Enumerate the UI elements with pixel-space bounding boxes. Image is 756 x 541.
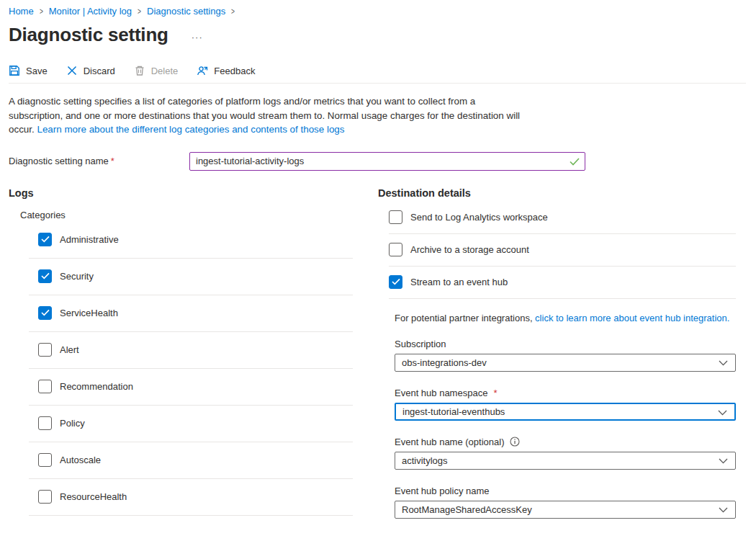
required-asterisk: *	[111, 156, 114, 166]
category-label: Policy	[60, 418, 85, 429]
dropdown-event-hub-namespace[interactable]: ingest-tutorial-eventhubs	[395, 403, 736, 421]
category-row-administrative[interactable]: Administrative	[29, 222, 353, 259]
field-event-hub-policy-name: Event hub policy nameRootManageSharedAcc…	[395, 486, 736, 519]
field-label: Event hub policy name	[395, 486, 736, 496]
breadcrumb-separator: >	[138, 6, 141, 17]
required-asterisk: *	[493, 388, 497, 398]
category-row-alert[interactable]: Alert	[29, 332, 353, 369]
field-label: Event hub namespace*	[395, 388, 736, 398]
field-event-hub-namespace: Event hub namespace*ingest-tutorial-even…	[395, 388, 736, 421]
dropdown-subscription[interactable]: obs-integrations-dev	[395, 354, 736, 372]
save-label: Save	[26, 66, 48, 76]
field-event-hub-name-optional-: Event hub name (optional)activitylogs	[395, 437, 736, 470]
dropdown-selected-value: RootManageSharedAccessKey	[402, 504, 532, 515]
partner-solution-option: Send to partner solution	[389, 535, 738, 541]
content-columns: Logs Categories AdministrativeSecuritySe…	[9, 187, 746, 541]
chevron-down-icon	[718, 410, 727, 416]
field-label-text: Event hub namespace	[395, 388, 487, 398]
breadcrumb-separator: >	[231, 6, 235, 17]
diagnostic-setting-name-input[interactable]	[189, 152, 585, 171]
checkbox-checked[interactable]	[38, 233, 52, 246]
title-row: Diagnostic setting ···	[9, 24, 746, 46]
field-label: Subscription	[395, 339, 736, 349]
field-subscription: Subscriptionobs-integrations-dev	[395, 339, 736, 372]
save-icon	[9, 65, 20, 76]
partner-text: For potential partner integrations,	[395, 313, 535, 323]
destination-option-row-archive-to-a-storage-account[interactable]: Archive to a storage account	[389, 234, 736, 267]
discard-button[interactable]: Discard	[66, 65, 115, 76]
field-label-text: Event hub name (optional)	[395, 437, 504, 447]
categories-subheading: Categories	[20, 210, 378, 220]
page-title: Diagnostic setting	[9, 24, 168, 46]
name-field-row: Diagnostic setting name*	[9, 152, 746, 171]
learn-more-link[interactable]: Learn more about the different log categ…	[37, 124, 344, 135]
dropdown-event-hub-name-optional-[interactable]: activitylogs	[395, 452, 736, 470]
dropdown-selected-value: activitylogs	[402, 455, 448, 466]
option-label: Archive to a storage account	[410, 244, 529, 255]
category-row-servicehealth[interactable]: ServiceHealth	[29, 295, 353, 332]
destination-section: Destination details Send to Log Analytic…	[378, 187, 738, 541]
feedback-button[interactable]: Feedback	[197, 65, 255, 76]
destination-heading: Destination details	[378, 187, 738, 199]
category-label: Administrative	[60, 234, 119, 245]
field-label-text: Subscription	[395, 339, 446, 349]
partner-integration-text: For potential partner integrations, clic…	[395, 312, 737, 325]
chevron-down-icon	[719, 360, 728, 366]
event-hub-integration-link[interactable]: click to learn more about event hub inte…	[535, 313, 729, 323]
category-row-resourcehealth[interactable]: ResourceHealth	[29, 479, 353, 516]
category-label: ServiceHealth	[60, 308, 118, 318]
discard-x-icon	[66, 65, 78, 76]
checkbox-checked[interactable]	[38, 306, 52, 320]
category-label: Security	[60, 271, 94, 282]
breadcrumb: Home > Monitor | Activity log > Diagnost…	[9, 4, 746, 17]
category-label: Alert	[60, 344, 79, 355]
feedback-label: Feedback	[214, 66, 255, 76]
name-field-label: Diagnostic setting name*	[9, 156, 189, 166]
category-label: Autoscale	[60, 455, 101, 465]
category-row-security[interactable]: Security	[29, 259, 353, 295]
category-row-autoscale[interactable]: Autoscale	[29, 442, 353, 479]
category-row-policy[interactable]: Policy	[29, 406, 353, 442]
breadcrumb-separator: >	[40, 6, 43, 17]
feedback-person-icon	[197, 65, 208, 76]
save-button[interactable]: Save	[9, 65, 48, 76]
delete-label: Delete	[151, 66, 179, 76]
dropdown-selected-value: obs-integrations-dev	[402, 357, 487, 368]
checkbox-unchecked[interactable]	[38, 490, 52, 504]
toolbar: Save Discard Delete Feedback	[9, 65, 746, 76]
destination-option-row-stream-to-an-event-hub[interactable]: Stream to an event hub	[389, 267, 736, 299]
toolbar-divider	[9, 83, 746, 84]
destination-fields: Subscriptionobs-integrations-devEvent hu…	[395, 339, 736, 519]
checkbox-unchecked[interactable]	[389, 243, 402, 256]
dropdown-event-hub-policy-name[interactable]: RootManageSharedAccessKey	[395, 501, 736, 519]
context-menu-ellipsis-icon[interactable]: ···	[192, 27, 203, 43]
logs-heading: Logs	[9, 187, 378, 199]
checkbox-unchecked[interactable]	[38, 343, 52, 357]
name-input-wrap	[189, 152, 585, 171]
option-label: Stream to an event hub	[410, 277, 508, 287]
trash-icon	[134, 65, 145, 76]
logs-section: Logs Categories AdministrativeSecuritySe…	[9, 187, 378, 541]
delete-button[interactable]: Delete	[134, 65, 179, 76]
category-label: Recommendation	[60, 381, 133, 392]
breadcrumb-home[interactable]: Home	[9, 6, 34, 17]
checkbox-checked[interactable]	[38, 269, 52, 283]
diagnostic-setting-page: Home > Monitor | Activity log > Diagnost…	[0, 0, 756, 541]
checkbox-checked[interactable]	[389, 275, 402, 289]
category-row-recommendation[interactable]: Recommendation	[29, 369, 353, 406]
breadcrumb-diagnostic-settings[interactable]: Diagnostic settings	[147, 6, 225, 17]
discard-label: Discard	[84, 66, 115, 76]
dropdown-selected-value: ingest-tutorial-eventhubs	[402, 406, 505, 417]
field-label-text: Event hub policy name	[395, 486, 490, 496]
send-to-partner-solution-row[interactable]: Send to partner solution	[389, 535, 736, 541]
destination-option-row-send-to-log-analytics-workspace[interactable]: Send to Log Analytics workspace	[389, 202, 736, 234]
breadcrumb-monitor-activity-log[interactable]: Monitor | Activity log	[49, 6, 132, 17]
chevron-down-icon	[719, 458, 728, 464]
checkbox-unchecked[interactable]	[38, 380, 52, 393]
field-label: Event hub name (optional)	[395, 437, 736, 447]
chevron-down-icon	[719, 507, 728, 513]
info-icon[interactable]	[510, 437, 520, 447]
checkbox-unchecked[interactable]	[389, 210, 402, 224]
checkbox-unchecked[interactable]	[38, 416, 52, 430]
checkbox-unchecked[interactable]	[38, 453, 52, 467]
